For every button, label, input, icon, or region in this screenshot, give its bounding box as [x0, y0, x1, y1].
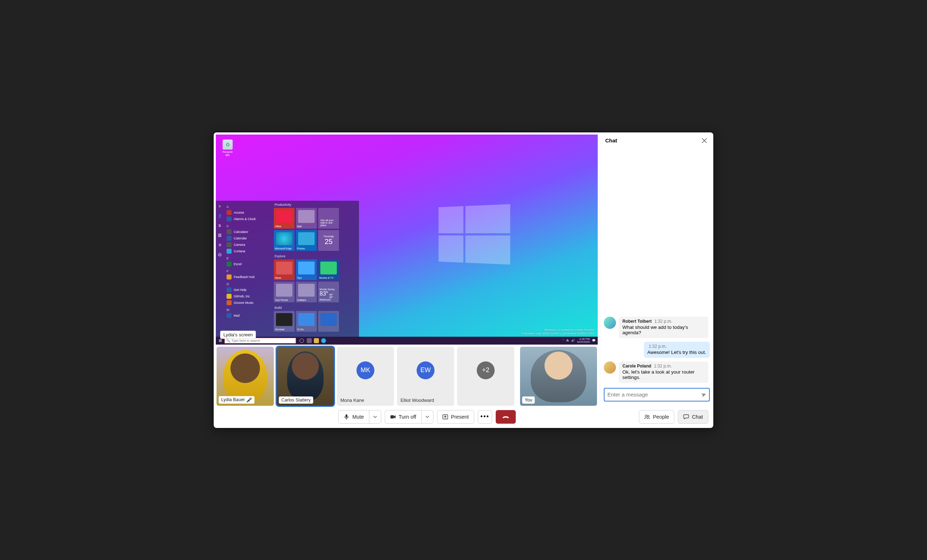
start-menu: ≡👤🗎🖼⚙⏻ A Access Alarms & Clock C Calcula…: [216, 201, 359, 337]
chat-messages[interactable]: Robert Tolbert 1:32 p.m. What should we …: [600, 147, 713, 385]
chat-input[interactable]: ➤: [604, 388, 710, 402]
windows-watermark: Windows 10 Enterprise Insider Preview Ev…: [521, 328, 594, 335]
avatar-initials: EW: [416, 361, 435, 379]
participant-overflow[interactable]: +2: [457, 347, 514, 406]
start-rail: ≡👤🗎🖼⚙⏻: [216, 201, 224, 337]
taskbar-cortana-icon: [299, 338, 304, 343]
call-controls: Mute Turn off: [214, 406, 713, 428]
present-label: Present: [451, 414, 469, 420]
more-actions-button[interactable]: •••: [478, 410, 492, 424]
tray-notifications-icon: 💬: [592, 339, 596, 342]
mute-button-main[interactable]: Mute: [339, 410, 369, 423]
tray-network-icon: 🖧: [566, 339, 569, 342]
camera-dropdown[interactable]: [422, 410, 433, 423]
taskbar-explorer-icon: [314, 338, 319, 343]
upper-region: Lydia's screen Recycle Bin Windows 10 En…: [214, 132, 713, 406]
message-time: 1:32 p.m.: [649, 344, 667, 349]
chat-input-field[interactable]: [607, 392, 701, 398]
tray-volume-icon: 🔊: [571, 339, 575, 342]
recycle-bin-label: Recycle Bin: [223, 150, 233, 157]
chevron-down-icon: [426, 416, 429, 418]
taskbar-taskview-icon: [307, 338, 312, 343]
camera-label: Turn off: [399, 414, 416, 420]
chat-toggle-label: Chat: [692, 414, 703, 420]
shared-screen[interactable]: Lydia's screen Recycle Bin Windows 10 En…: [216, 135, 598, 344]
send-icon[interactable]: ➤: [700, 390, 708, 399]
hangup-icon: [502, 415, 510, 419]
participant-elliot[interactable]: EW Elliot Woodward: [397, 347, 454, 406]
taskbar: ⊞ 🔍 Type here to search: [216, 337, 598, 344]
start-tiles: Productivity Office Mail See all your ma…: [274, 201, 359, 337]
message-text: Ok, let's take a look at your router set…: [622, 369, 705, 380]
share-screen-icon: [442, 414, 448, 420]
search-icon: 🔍: [226, 339, 230, 343]
camera-button-main[interactable]: Turn off: [385, 410, 422, 423]
avatar: [604, 361, 616, 373]
mute-button[interactable]: Mute: [338, 410, 381, 424]
participant-name: Mona Kane: [340, 398, 364, 403]
people-icon: [644, 414, 650, 420]
chat-title: Chat: [605, 137, 617, 144]
shared-desktop: Recycle Bin Windows 10 Enterprise Inside…: [216, 135, 598, 344]
participant-carlos[interactable]: Carlos Slattery: [277, 347, 334, 406]
taskbar-search-placeholder: Type here to search: [232, 339, 260, 343]
svg-rect-1: [391, 415, 394, 418]
tray-chevron-icon: ˄: [563, 339, 564, 342]
mic-icon: [343, 414, 350, 420]
taskbar-edge-icon: [321, 338, 326, 343]
chat-message: Carole Poland 1:32 p.m. Ok, let's take a…: [604, 361, 710, 383]
participant-mona[interactable]: MK Mona Kane: [337, 347, 394, 406]
close-icon: [702, 138, 707, 143]
message-author: Robert Tolbert: [622, 319, 652, 324]
close-chat-button[interactable]: [700, 136, 709, 145]
chat-icon: [683, 414, 689, 420]
mute-label: Mute: [352, 414, 364, 420]
taskbar-tray: ˄ 🖧 🔊 4:38 PM 6/25/2020 💬: [563, 338, 598, 343]
svg-point-3: [645, 415, 647, 416]
participant-strip: Lydia Bauer 🎤̸ Carlos Slattery MK Mona K…: [214, 344, 600, 406]
chat-header: Chat: [600, 132, 713, 147]
message-text: What should we add to today's agenda?: [622, 325, 705, 335]
presenter-label: Lydia's screen: [220, 331, 256, 339]
stage: Lydia's screen Recycle Bin Windows 10 En…: [214, 132, 600, 406]
mute-dropdown[interactable]: [369, 410, 381, 423]
message-time: 1:32 p.m.: [654, 364, 672, 369]
svg-rect-0: [346, 414, 348, 417]
people-button[interactable]: People: [639, 410, 674, 424]
participant-lydia[interactable]: Lydia Bauer 🎤̸: [217, 347, 274, 406]
start-app-list: A Access Alarms & Clock C Calculator Cal…: [224, 201, 274, 337]
people-label: People: [653, 414, 669, 420]
ellipsis-icon: •••: [480, 413, 489, 420]
end-call-button[interactable]: [496, 410, 516, 424]
chat-message: Robert Tolbert 1:32 p.m. What should we …: [604, 317, 710, 338]
chat-message-self: 1:32 p.m. Awesome! Let's try this out.: [604, 342, 710, 358]
avatar: [604, 317, 616, 329]
participant-badge: Carlos Slattery: [279, 396, 313, 404]
message-text: Awesome! Let's try this out.: [647, 350, 706, 355]
participant-name: Elliot Woodward: [401, 398, 434, 403]
muted-icon: 🎤̸: [246, 397, 252, 402]
overflow-count: +2: [477, 361, 495, 379]
meeting-window: Lydia's screen Recycle Bin Windows 10 En…: [213, 132, 714, 429]
svg-point-4: [648, 416, 649, 417]
participant-self[interactable]: You: [520, 347, 597, 406]
camera-button[interactable]: Turn off: [385, 410, 433, 424]
message-author: Carole Poland: [622, 364, 651, 369]
participant-badge: Lydia Bauer 🎤̸: [219, 396, 254, 404]
taskbar-clock: 4:38 PM 6/25/2020: [577, 338, 590, 343]
chevron-down-icon: [373, 416, 377, 418]
windows-logo: [438, 204, 510, 265]
participant-badge: You: [522, 396, 535, 404]
recycle-bin-icon: Recycle Bin: [221, 140, 234, 157]
message-time: 1:32 p.m.: [654, 319, 672, 324]
camera-icon: [390, 414, 396, 420]
chat-panel: Chat Robert Tolbert 1:32 p.m. What shoul…: [600, 132, 713, 406]
chat-toggle-button[interactable]: Chat: [678, 410, 708, 424]
present-button[interactable]: Present: [437, 410, 474, 424]
avatar-initials: MK: [357, 361, 374, 379]
